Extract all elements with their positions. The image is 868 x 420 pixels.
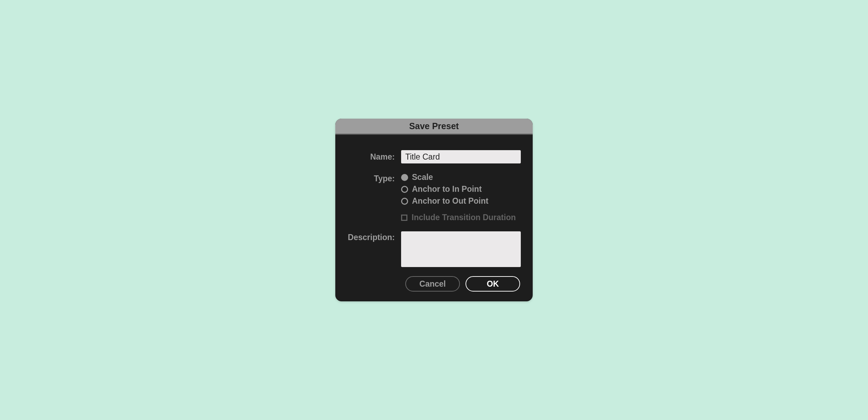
- description-field-col: [401, 231, 522, 268]
- radio-label: Scale: [412, 173, 433, 182]
- name-field-col: [401, 150, 522, 163]
- save-preset-dialog: Save Preset Name: Type: Scale: [335, 119, 533, 301]
- radio-label: Anchor to Out Point: [412, 196, 488, 206]
- cancel-button[interactable]: Cancel: [405, 276, 460, 292]
- radio-scale[interactable]: Scale: [401, 173, 522, 182]
- dialog-body: Name: Type: Scale Anchor to In Point: [335, 135, 533, 301]
- checkbox-icon: [401, 215, 407, 221]
- button-row: Cancel OK: [346, 276, 522, 292]
- name-input[interactable]: [401, 150, 521, 163]
- radio-anchor-out[interactable]: Anchor to Out Point: [401, 196, 522, 206]
- type-label: Type:: [374, 174, 395, 183]
- checkbox-label: Include Transition Duration: [412, 213, 516, 222]
- radio-icon: [401, 174, 408, 181]
- include-transition-checkbox[interactable]: Include Transition Duration: [401, 213, 522, 222]
- radio-icon: [401, 186, 408, 193]
- type-radio-group: Scale Anchor to In Point Anchor to Out P…: [401, 173, 522, 206]
- radio-icon: [401, 198, 408, 205]
- dialog-title: Save Preset: [409, 121, 459, 131]
- description-input[interactable]: [401, 231, 521, 267]
- radio-label: Anchor to In Point: [412, 184, 482, 194]
- description-label-col: Description:: [346, 231, 401, 242]
- ok-button[interactable]: OK: [465, 276, 520, 292]
- type-field-col: Scale Anchor to In Point Anchor to Out P…: [401, 173, 522, 222]
- dialog-titlebar: Save Preset: [335, 119, 533, 135]
- radio-anchor-in[interactable]: Anchor to In Point: [401, 184, 522, 194]
- name-row: Name:: [346, 150, 522, 163]
- name-label: Name:: [370, 152, 395, 161]
- description-label: Description:: [348, 233, 395, 242]
- description-row: Description:: [346, 231, 522, 268]
- type-row: Type: Scale Anchor to In Point Anchor to…: [346, 173, 522, 222]
- type-label-col: Type:: [346, 173, 401, 183]
- name-label-col: Name:: [346, 150, 401, 162]
